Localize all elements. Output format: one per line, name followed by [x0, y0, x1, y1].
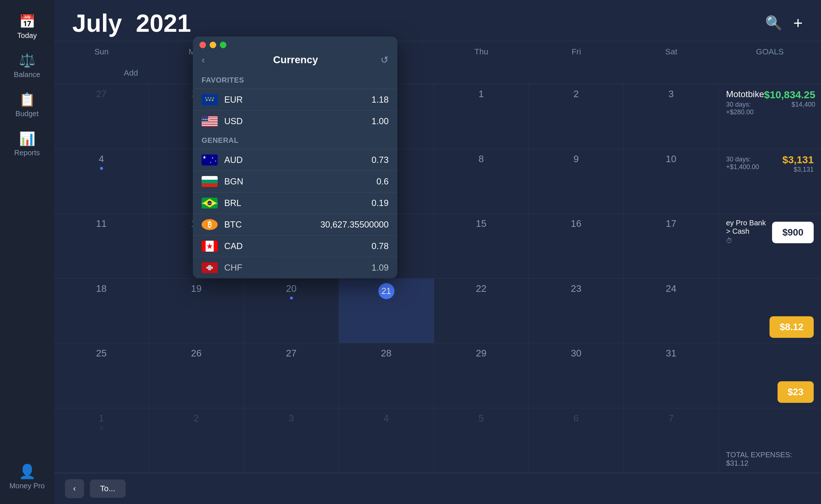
currency-modal: ‹ Currency ↺ FAVORITES ★★★ [193, 37, 397, 278]
eur-flag-svg: ★★★ ✦✦✦✦ [202, 94, 218, 105]
flag-brl: ORDEM E PROGRESSO [202, 198, 218, 209]
currency-rate-cad: 0.78 [371, 241, 389, 251]
favorites-section-header: FAVORITES [193, 72, 397, 89]
currency-code-eur: EUR [224, 95, 371, 105]
modal-body[interactable]: FAVORITES ★★★ ✦✦✦✦ EUR 1.18 [193, 72, 397, 278]
modal-header: ‹ Currency ↺ [193, 52, 397, 72]
balance-icon: ⚖️ [19, 53, 35, 68]
currency-code-usd: USD [224, 116, 371, 126]
currency-rate-chf: 1.09 [371, 263, 389, 273]
minimize-button[interactable] [210, 42, 216, 48]
currency-rate-eur: 1.18 [371, 95, 389, 105]
flag-bgn [202, 176, 218, 187]
btc-symbol: ₿ [208, 221, 211, 229]
bgn-flag-svg [202, 176, 218, 187]
currency-chf[interactable]: CHF 1.09 [193, 257, 397, 278]
flag-btc: ₿ [202, 219, 218, 230]
currency-cad[interactable]: CAD 0.78 [193, 235, 397, 257]
traffic-lights [193, 37, 397, 52]
svg-rect-30 [206, 267, 213, 269]
currency-rate-bgn: 0.6 [377, 176, 389, 187]
currency-eur[interactable]: ★★★ ✦✦✦✦ EUR 1.18 [193, 89, 397, 110]
svg-rect-8 [202, 122, 218, 122]
currency-btc[interactable]: ₿ BTC 30,627.35500000 [193, 214, 397, 235]
chf-flag-svg [202, 262, 218, 273]
flag-chf [202, 262, 218, 273]
currency-rate-aud: 0.73 [371, 155, 389, 165]
currency-rate-usd: 1.00 [371, 116, 389, 126]
sidebar-label-reports: Reports [14, 149, 40, 157]
close-button[interactable] [199, 42, 206, 48]
svg-rect-19 [202, 180, 218, 183]
main-content: July 2021 🔍 + Sun Mon Tue Wed Thu Fri Sa… [54, 0, 821, 504]
flag-eur: ★★★ ✦✦✦✦ [202, 94, 218, 105]
svg-text:★★★★★: ★★★★★ [202, 118, 210, 121]
svg-text:✦✦✦✦: ✦✦✦✦ [205, 96, 215, 100]
currency-brl[interactable]: ORDEM E PROGRESSO BRL 0.19 [193, 192, 397, 214]
currency-code-bgn: BGN [224, 176, 377, 187]
sidebar-label-budget: Budget [15, 110, 38, 118]
currency-rate-brl: 0.19 [371, 198, 389, 208]
sidebar-label-balance: Balance [14, 70, 40, 79]
brl-flag-svg: ORDEM E PROGRESSO [202, 198, 218, 209]
sidebar-item-balance[interactable]: ⚖️ Balance [0, 46, 54, 85]
svg-text:✦: ✦ [215, 160, 217, 162]
refresh-button[interactable]: ↺ [381, 54, 389, 66]
currency-code-chf: CHF [224, 263, 371, 273]
modal-overlay: ‹ Currency ↺ FAVORITES ★★★ [54, 0, 821, 504]
sidebar-item-moneypro[interactable]: 👤 Money Pro [6, 457, 49, 497]
currency-rate-btc: 30,627.35500000 [320, 219, 389, 230]
budget-icon: 📋 [19, 92, 35, 107]
aud-flag-svg: ✦ ✦ ✦ [202, 154, 218, 165]
sidebar-item-budget[interactable]: 📋 Budget [0, 85, 54, 125]
general-section-header: GENERAL [193, 132, 397, 149]
currency-bgn[interactable]: BGN 0.6 [193, 171, 397, 192]
currency-aud[interactable]: ✦ ✦ ✦ AUD 0.73 [193, 149, 397, 171]
svg-text:✦: ✦ [211, 157, 214, 159]
svg-rect-20 [202, 183, 218, 187]
flag-cad [202, 241, 218, 252]
flag-usd: ★★★★★ [202, 116, 218, 127]
svg-rect-10 [202, 125, 218, 126]
sidebar-label-today: Today [17, 31, 37, 40]
sidebar: 📅 Today ⚖️ Balance 📋 Budget 📊 Reports 👤 … [0, 0, 54, 504]
svg-rect-9 [202, 123, 218, 124]
maximize-button[interactable] [220, 42, 226, 48]
usd-flag-svg: ★★★★★ [202, 116, 218, 127]
svg-rect-18 [202, 176, 218, 180]
svg-text:ORDEM E PROGRESSO: ORDEM E PROGRESSO [202, 202, 218, 205]
flag-aud: ✦ ✦ ✦ [202, 154, 218, 165]
user-icon: 👤 [19, 463, 36, 480]
back-button[interactable]: ‹ [202, 54, 205, 66]
currency-code-aud: AUD [224, 155, 371, 165]
currency-code-brl: BRL [224, 198, 371, 208]
sidebar-item-today[interactable]: 📅 Today [0, 7, 54, 46]
cad-flag-svg [202, 241, 218, 252]
reports-icon: 📊 [19, 131, 35, 146]
svg-text:✦: ✦ [210, 161, 211, 164]
currency-code-cad: CAD [224, 241, 371, 251]
currency-usd[interactable]: ★★★★★ USD 1.00 [193, 110, 397, 132]
sidebar-item-reports[interactable]: 📊 Reports [0, 125, 54, 164]
sidebar-label-moneypro: Money Pro [9, 482, 45, 490]
modal-title: Currency [211, 54, 381, 66]
calendar-icon: 📅 [19, 14, 35, 29]
currency-code-btc: BTC [224, 219, 320, 230]
